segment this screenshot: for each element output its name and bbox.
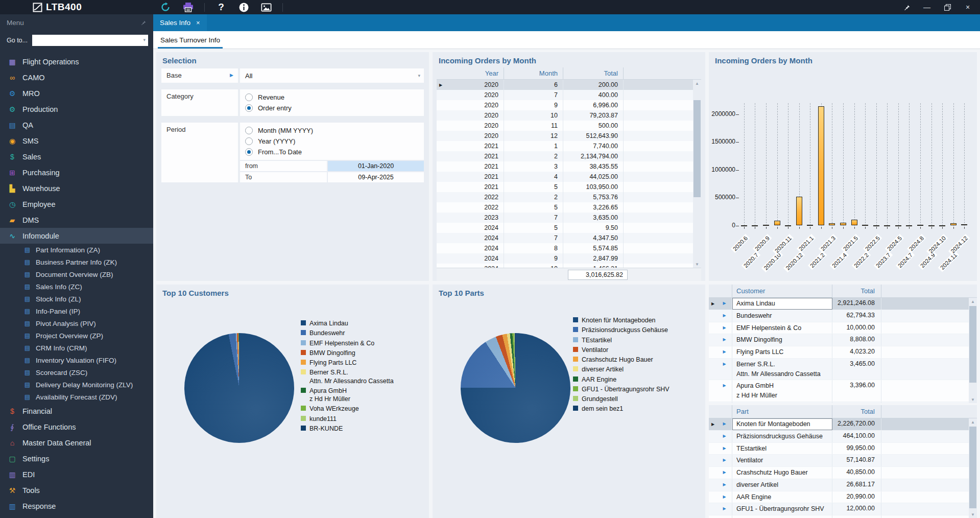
sidebar-item-scorecard-zsc[interactable]: ▤Scorecard (ZSC) (0, 366, 153, 379)
sidebar-item-office-functions[interactable]: ∮Office Functions (0, 419, 153, 435)
sidebar-item-master-data-general[interactable]: ⌂Master Data General (0, 435, 153, 451)
printer-icon[interactable] (182, 2, 194, 13)
table-row[interactable]: 202459.50 (437, 223, 701, 233)
sidebar-item-sales-info-zc[interactable]: ▤Sales Info (ZC) (0, 280, 153, 293)
expand-arrow-icon[interactable]: ▶ (717, 479, 732, 491)
table-row[interactable]: 202485,574.85 (437, 243, 701, 253)
table-row[interactable]: ▶20206200.00 (437, 80, 701, 90)
tab-close-icon[interactable]: × (196, 19, 200, 27)
table-row[interactable]: 20207400.00 (437, 90, 701, 100)
expand-arrow-icon[interactable]: ▶ (717, 431, 732, 442)
column-header-month[interactable]: Month (504, 67, 563, 79)
radio-from-to-date[interactable]: From...To Date (245, 147, 419, 157)
table-row[interactable]: 20201079,203.87 (437, 110, 701, 121)
part-row[interactable]: ▶GFU1 - Übertragungsrohr SHV12,000.00 (709, 503, 977, 515)
part-row[interactable]: ▶Präzisionsdruckguss Gehäuse464,100.00 (709, 431, 977, 443)
pin-icon[interactable] (140, 20, 146, 26)
sidebar-item-edi[interactable]: ▥EDI (0, 466, 153, 482)
radio-revenue[interactable]: Revenue (245, 92, 419, 103)
sidebar-item-employee[interactable]: ◷Employee (0, 196, 153, 212)
tab-sales-turnover-info[interactable]: Sales Turnover Info (158, 32, 223, 49)
part-row[interactable]: ▶AAR Engine20,990.00 (709, 491, 977, 504)
customer-row[interactable]: ▶BMW Dingolfing8,808.00 (709, 334, 977, 346)
sidebar-item-sales[interactable]: $Sales (0, 149, 153, 164)
sidebar-item-production[interactable]: ⚙Production (0, 101, 153, 117)
sidebar-item-stock-info-zl[interactable]: ▤Stock Info (ZL) (0, 293, 153, 305)
table-row[interactable]: 202253,226.65 (437, 202, 701, 213)
table-row[interactable]: 2024101,466.21 (437, 264, 701, 268)
sidebar-item-camo[interactable]: ∞CAMO (0, 69, 153, 85)
tab-sales-info[interactable]: Sales Info × (153, 14, 207, 31)
sidebar-item-qa[interactable]: ▤QA (0, 117, 153, 133)
sidebar-item-business-partner-info-zk[interactable]: ▤Business Partner Info (ZK) (0, 256, 153, 268)
part-row[interactable]: ▶diverser Artikel26,681.17 (709, 479, 977, 491)
chevron-down-icon[interactable]: ▾ (143, 37, 146, 42)
part-row[interactable]: ▶TEstartikel99,950.00 (709, 443, 977, 455)
expand-arrow-icon[interactable]: ▶ (717, 467, 732, 479)
customer-row[interactable]: ▶Apura GmbHz Hd Hr Müller3,396.00 (709, 380, 977, 402)
sidebar-item-settings[interactable]: ▢Settings (0, 451, 153, 466)
scroll-down-icon[interactable]: ▼ (693, 261, 701, 268)
customer-row[interactable]: ▶EMF Helpenstein & Co10,000.00 (709, 322, 977, 335)
customer-row[interactable]: ▶Bundeswehr62,794.33 (709, 310, 977, 322)
sidebar-item-delivery-delay-monitoring-zlv[interactable]: ▤Delivery Delay Monitoring (ZLV) (0, 379, 153, 391)
expand-arrow-icon[interactable]: ▶ (717, 346, 732, 358)
table-row[interactable]: 202492,847.99 (437, 253, 701, 264)
base-dropdown[interactable]: All ▾ (240, 68, 424, 83)
scrollbar[interactable]: ▲ ▼ (969, 418, 977, 518)
table-row[interactable]: 202096,996.00 (437, 100, 701, 110)
expand-arrow-icon[interactable]: ▶ (717, 380, 732, 402)
info-icon[interactable] (237, 2, 250, 13)
table-row[interactable]: 202012512,643.90 (437, 131, 701, 141)
expand-arrow-icon[interactable]: ▶ (717, 503, 732, 515)
table-row[interactable]: 202011500.00 (437, 121, 701, 131)
sidebar-item-info-panel-ip[interactable]: ▤Info-Panel (IP) (0, 305, 153, 317)
table-row[interactable]: 202117,740.00 (437, 141, 701, 151)
sidebar-item-infomodule[interactable]: ∿Infomodule (0, 228, 153, 244)
sidebar-item-project-overview-zp[interactable]: ▤Project Overview (ZP) (0, 329, 153, 342)
expand-arrow-icon[interactable]: ▶ (717, 322, 732, 334)
sidebar-item-flight-operations[interactable]: ▦Flight Operations (0, 54, 153, 69)
expand-arrow-icon[interactable]: ▶ (717, 455, 732, 466)
customer-row[interactable]: ▶Flying Parts LLC4,023.20 (709, 346, 977, 359)
help-icon[interactable]: ? (215, 2, 227, 13)
sidebar-item-purchasing[interactable]: ⊞Purchasing (0, 164, 153, 180)
sidebar-item-pivot-analysis-piv[interactable]: ▤Pivot Analysis (PIV) (0, 317, 153, 329)
customer-row[interactable]: ▶Berner S.R.L.Attn. Mr Allessandro Casse… (709, 359, 977, 381)
scroll-down-icon[interactable]: ▼ (969, 511, 977, 518)
part-row[interactable]: ▶▶Knoten für Montageboden2,226,720.00 (709, 418, 977, 431)
expand-arrow-icon[interactable]: ▶ (717, 418, 732, 430)
sidebar-item-crm-info-crm[interactable]: ▤CRM Info (CRM) (0, 342, 153, 354)
sidebar-item-availability-forecast-zdv[interactable]: ▤Availability Forecast (ZDV) (0, 391, 153, 403)
sidebar-item-mro[interactable]: ⚙MRO (0, 85, 153, 101)
sidebar-item-financial[interactable]: $Financial (0, 403, 153, 419)
to-date-field[interactable]: 09-Apr-2025 (328, 172, 424, 182)
radio-order-entry[interactable]: Order entry (245, 103, 419, 113)
part-row[interactable]: ▶Crashschutz Hugo Bauer40,850.00 (709, 467, 977, 479)
part-row[interactable]: ▶Ventilator57,140.87 (709, 455, 977, 467)
radio-year-yyyy[interactable]: Year (YYYY) (245, 136, 419, 147)
sidebar-item-part-information-za[interactable]: ▤Part Information (ZA) (0, 244, 153, 256)
sidebar-item-document-overview-zb[interactable]: ▤Document Overview (ZB) (0, 268, 153, 280)
table-row[interactable]: 20215103,950.00 (437, 182, 701, 192)
table-row[interactable]: 2021338,435.55 (437, 161, 701, 172)
table-row[interactable]: 202474,347.50 (437, 233, 701, 243)
expand-arrow-icon[interactable]: ▶ (717, 491, 732, 503)
expand-arrow-icon[interactable]: ▶ (717, 402, 732, 403)
expand-arrow-icon[interactable]: ▶ (717, 298, 732, 310)
image-icon[interactable] (260, 2, 272, 13)
part-row[interactable]: ▶Grundgestell8,000.00 (709, 515, 977, 518)
table-row[interactable]: 202373,635.00 (437, 213, 701, 223)
scroll-up-icon[interactable]: ▲ (969, 418, 977, 426)
scroll-up-icon[interactable]: ▲ (693, 80, 701, 87)
goto-input[interactable] (32, 35, 148, 46)
refresh-icon[interactable] (159, 2, 172, 13)
column-header-total[interactable]: Total (832, 405, 881, 418)
sidebar-item-sms[interactable]: ◉SMS (0, 133, 153, 149)
restore-icon[interactable] (943, 3, 951, 11)
sidebar-item-warehouse[interactable]: ▙Warehouse (0, 180, 153, 196)
table-row[interactable]: 2021444,025.00 (437, 172, 701, 182)
scrollbar[interactable]: ▲ ▼ (969, 298, 977, 403)
column-header-total[interactable]: Total (563, 67, 624, 79)
expand-arrow-icon[interactable]: ▶ (717, 334, 732, 346)
